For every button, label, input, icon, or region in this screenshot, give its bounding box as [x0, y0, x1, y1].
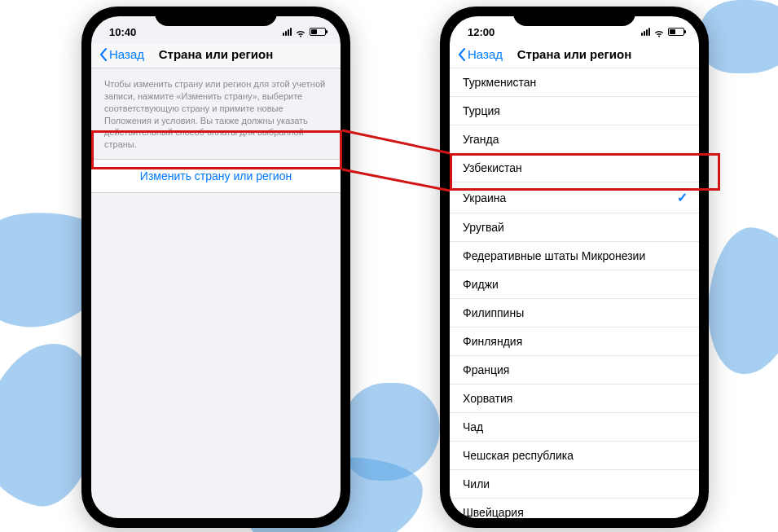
country-row[interactable]: Фиджи: [450, 270, 699, 299]
description-text: Чтобы изменить страну или регион для это…: [91, 68, 341, 159]
country-row[interactable]: Турция: [450, 97, 699, 125]
country-row[interactable]: Филиппины: [450, 299, 699, 328]
country-label: Чад: [463, 420, 483, 433]
wifi-icon: [295, 28, 306, 36]
country-row[interactable]: Швейцария: [450, 499, 699, 518]
phone-notch: [155, 7, 277, 26]
country-label: Швейцария: [463, 506, 524, 518]
country-label: Чили: [463, 477, 490, 490]
change-country-button[interactable]: Изменить страну или регион: [91, 159, 341, 193]
country-label: Туркменистан: [463, 76, 536, 89]
country-row[interactable]: Туркменистан: [450, 68, 699, 97]
wifi-icon: [653, 28, 665, 36]
country-label: Франция: [463, 363, 509, 376]
signal-icon: [641, 28, 650, 36]
battery-icon: [668, 28, 684, 36]
country-row[interactable]: Уругвай: [450, 213, 699, 242]
country-label: Украина: [463, 191, 506, 204]
country-row[interactable]: Украина✓: [450, 182, 699, 213]
phone-notch: [513, 7, 635, 26]
country-row[interactable]: Узбекистан: [450, 154, 699, 182]
page-title: Страна или регион: [99, 47, 332, 61]
phone-mockup-right: 12:00 Назад Страна или регион Туркменист…: [440, 7, 709, 528]
country-label: Уганда: [463, 133, 499, 146]
country-label: Филиппины: [463, 306, 524, 319]
status-indicators: [283, 28, 326, 36]
country-label: Финляндия: [463, 335, 522, 348]
country-row[interactable]: Чад: [450, 413, 699, 442]
battery-icon: [310, 28, 326, 36]
country-label: Турция: [463, 104, 500, 117]
status-time: 10:40: [109, 26, 136, 38]
country-label: Фиджи: [463, 278, 499, 291]
screen-left: 10:40 Назад Страна или регион Чтобы изме…: [91, 16, 341, 518]
status-time: 12:00: [468, 26, 494, 38]
nav-bar: Назад Страна или регион: [91, 44, 341, 68]
page-title: Страна или регион: [458, 47, 691, 61]
country-row[interactable]: Федеративные штаты Микронезии: [450, 242, 699, 270]
country-row[interactable]: Франция: [450, 356, 699, 385]
country-label: Узбекистан: [463, 161, 522, 174]
signal-icon: [283, 28, 292, 36]
change-country-label: Изменить страну или регион: [140, 169, 292, 182]
screen-right: 12:00 Назад Страна или регион Туркменист…: [450, 16, 699, 518]
nav-bar: Назад Страна или регион: [450, 44, 699, 68]
country-row[interactable]: Чешская республика: [450, 442, 699, 470]
country-row[interactable]: Финляндия: [450, 328, 699, 356]
checkmark-icon: ✓: [677, 190, 688, 205]
status-indicators: [641, 28, 684, 36]
country-list[interactable]: ТуркменистанТурцияУгандаУзбекистанУкраин…: [450, 68, 699, 518]
country-row[interactable]: Хорватия: [450, 385, 699, 413]
country-label: Чешская республика: [463, 449, 574, 462]
country-label: Уругвай: [463, 221, 504, 234]
country-label: Федеративные штаты Микронезии: [463, 249, 645, 262]
phone-mockup-left: 10:40 Назад Страна или регион Чтобы изме…: [81, 7, 350, 528]
country-row[interactable]: Чили: [450, 470, 699, 499]
country-label: Хорватия: [463, 392, 512, 405]
country-row[interactable]: Уганда: [450, 125, 699, 154]
